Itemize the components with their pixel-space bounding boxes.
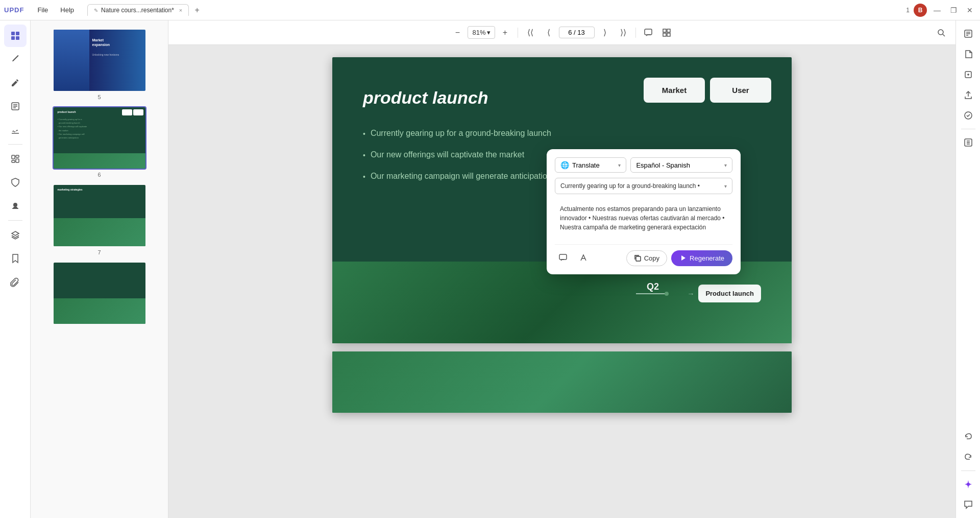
slide-bullet-1: • Currently gearing up for a ground-brea…	[363, 129, 552, 138]
chat-button[interactable]	[959, 496, 977, 514]
svg-rect-19	[663, 33, 666, 36]
ai-button[interactable]	[959, 475, 977, 493]
svg-point-21	[938, 30, 943, 35]
sidebar-item-protect[interactable]	[4, 171, 27, 194]
timeline-dot	[665, 292, 669, 296]
zoom-in-button[interactable]: +	[497, 25, 513, 41]
copy-button[interactable]: Copy	[626, 250, 667, 266]
translate-footer-right: Copy Regenerate	[626, 250, 732, 266]
next-page-button[interactable]: ⟩	[597, 25, 613, 41]
thumbnail-panel: Marketexpansion Unlocking new horizons 5…	[31, 20, 168, 518]
close-button[interactable]: ✕	[964, 4, 976, 16]
protect-icon	[10, 177, 20, 187]
sidebar-item-attachments[interactable]	[4, 271, 27, 293]
sidebar-item-sign[interactable]	[4, 119, 27, 141]
tab-bar: ✎ Nature cours...resentation* × +	[87, 4, 902, 16]
ai-icon	[963, 479, 973, 489]
layout-button[interactable]	[658, 25, 675, 41]
slide-second-bg	[332, 351, 792, 413]
timeline-line-left	[636, 293, 667, 294]
convert-button[interactable]	[959, 45, 977, 63]
stamp-button[interactable]	[959, 133, 977, 152]
new-tab-button[interactable]: +	[191, 4, 203, 16]
thumbnail-page-5[interactable]: Marketexpansion Unlocking new horizons 5	[53, 29, 146, 100]
prev-page-button[interactable]: ⟨	[541, 25, 557, 41]
slide-title: product launch	[363, 88, 488, 108]
share-button[interactable]	[959, 86, 977, 104]
ocr-button[interactable]	[959, 25, 977, 43]
translate-lang-label: Español - Spanish	[636, 161, 690, 169]
compress-button[interactable]	[959, 65, 977, 84]
svg-point-13	[13, 203, 17, 207]
last-page-button[interactable]: ⟩⟩	[615, 25, 631, 41]
thumbnail-page-8[interactable]	[53, 262, 146, 325]
stamp2-icon	[963, 137, 973, 148]
right-toolbar-divider-2	[961, 470, 975, 471]
svg-rect-9	[12, 155, 15, 159]
copy-icon	[634, 254, 641, 262]
menu-file[interactable]: File	[32, 4, 53, 16]
validate-button[interactable]	[959, 106, 977, 125]
thumbnail-img-5: Marketexpansion Unlocking new horizons	[53, 29, 146, 92]
minimize-button[interactable]: —	[931, 4, 943, 16]
translate-highlight-button[interactable]	[575, 250, 592, 266]
right-toolbar-divider-1	[961, 129, 975, 129]
undo-button[interactable]	[959, 428, 977, 446]
app-logo: UPDF	[4, 6, 24, 14]
sidebar-item-organize[interactable]	[4, 148, 27, 170]
sidebar-item-view[interactable]	[4, 25, 27, 47]
translate-mode-icon: 🌐	[560, 161, 569, 169]
sidebar-item-stamp[interactable]	[4, 195, 27, 217]
slide6-thumb-title: product launch	[58, 110, 76, 113]
thumbnail-label-7: 7	[97, 249, 101, 255]
sidebar-item-bookmarks[interactable]	[4, 247, 27, 270]
thumbnail-page-6[interactable]: product launch • Currently gearing up fo…	[53, 106, 146, 178]
slide7-thumb-bottom	[54, 218, 145, 246]
sidebar-item-layers[interactable]	[4, 224, 27, 246]
zoom-value: 81%	[472, 29, 485, 36]
toolbar-divider-1	[8, 144, 22, 145]
left-toolbar	[0, 20, 31, 518]
slide-viewer: product launch • Currently gearing up fo…	[168, 45, 955, 518]
sign-icon	[10, 125, 20, 135]
svg-rect-25	[636, 256, 641, 261]
page-input[interactable]	[559, 27, 595, 38]
sidebar-item-annotate[interactable]	[4, 72, 27, 94]
search-button[interactable]	[933, 25, 949, 41]
slide-bullet-2: • Our new offerings will captivate the m…	[363, 150, 552, 159]
zoom-out-button[interactable]: −	[449, 25, 465, 41]
menu-help[interactable]: Help	[55, 4, 79, 16]
translate-source-dropdown-icon: ▾	[724, 183, 727, 189]
tab-label: Nature cours...resentation*	[101, 7, 174, 14]
svg-rect-20	[667, 33, 670, 36]
translate-source-selector[interactable]: Currently gearing up for a ground-breaki…	[555, 178, 732, 194]
ocr-icon	[963, 29, 973, 39]
thumbnail-img-7: marketing strategies	[53, 184, 146, 247]
zoom-dropdown-icon: ▾	[487, 29, 491, 36]
translate-comment-button[interactable]	[555, 250, 571, 266]
stamp-icon	[10, 201, 20, 211]
user-avatar[interactable]: B	[914, 4, 927, 17]
slide-bullet-3-text: Our marketing campaign will generate ant…	[371, 172, 552, 181]
toolbar-divider-2	[8, 220, 22, 221]
thumbnail-page-7[interactable]: marketing strategies 7	[53, 184, 146, 255]
comment-icon	[644, 28, 653, 37]
tab-close-button[interactable]: ×	[179, 7, 182, 13]
sidebar-item-edit[interactable]	[4, 48, 27, 70]
regenerate-button[interactable]: Regenerate	[671, 250, 732, 266]
thumbnail-img-8	[53, 262, 146, 325]
first-page-button[interactable]: ⟨⟨	[522, 25, 538, 41]
translate-lang-select[interactable]: Español - Spanish ▾	[630, 157, 732, 173]
translate-mode-select[interactable]: 🌐 Translate ▾	[555, 157, 626, 173]
forms-icon	[10, 101, 20, 111]
sidebar-item-forms[interactable]	[4, 95, 27, 117]
bookmark-icon	[10, 253, 20, 264]
svg-marker-26	[681, 255, 685, 261]
comment-mode-button[interactable]	[640, 25, 656, 41]
slide-box-product: Product launch	[698, 285, 761, 302]
redo-button[interactable]	[959, 448, 977, 466]
maximize-button[interactable]: ❐	[947, 4, 960, 16]
tab-active[interactable]: ✎ Nature cours...resentation* ×	[87, 4, 189, 16]
slide6-thumb-boxes	[122, 109, 143, 115]
zoom-level-display[interactable]: 81% ▾	[468, 26, 495, 39]
